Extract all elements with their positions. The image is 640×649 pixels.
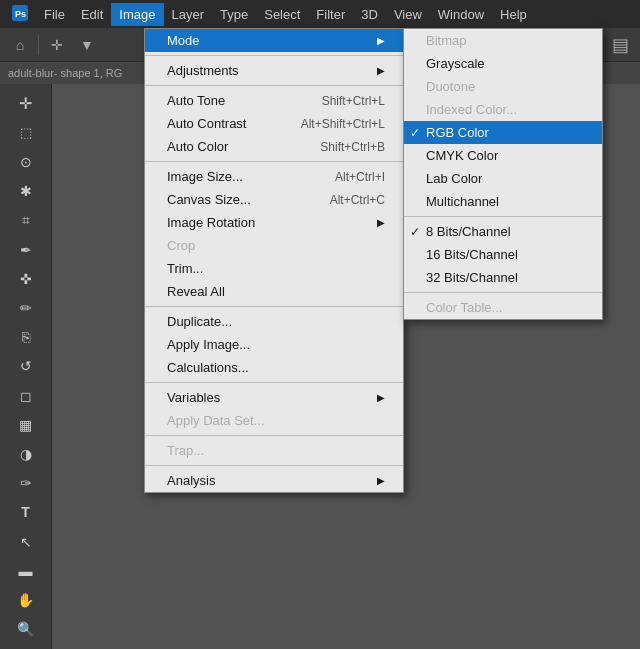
- adjustments-arrow-icon: ▶: [377, 65, 385, 76]
- divider-5: [145, 382, 403, 383]
- tool-move[interactable]: ✛: [10, 90, 42, 117]
- divider-1: [145, 55, 403, 56]
- tool-clone[interactable]: ⎘: [10, 324, 42, 351]
- menu-ps[interactable]: Ps: [4, 1, 36, 28]
- left-toolbar: ✛ ⬚ ⊙ ✱ ⌗ ✒ ✜ ✏ ⎘ ↺ ◻ ▦ ◑ ✑ T ↖ ▬ ✋ 🔍: [0, 84, 52, 649]
- apply-data-set-label: Apply Data Set...: [167, 413, 265, 428]
- menu-item-auto-tone[interactable]: Auto Tone Shift+Ctrl+L: [145, 89, 403, 112]
- menu-item-variables[interactable]: Variables ▶: [145, 386, 403, 409]
- variables-arrow-icon: ▶: [377, 392, 385, 403]
- menu-item-image-rotation[interactable]: Image Rotation ▶: [145, 211, 403, 234]
- tool-healing[interactable]: ✜: [10, 265, 42, 292]
- mode-cmyk-color[interactable]: CMYK Color: [404, 144, 602, 167]
- tool-history-brush[interactable]: ↺: [10, 353, 42, 380]
- divider-3: [145, 161, 403, 162]
- tool-pen[interactable]: ✑: [10, 470, 42, 497]
- tool-gradient[interactable]: ▦: [10, 411, 42, 438]
- menu-help[interactable]: Help: [492, 3, 535, 26]
- mode-32-bits[interactable]: 32 Bits/Channel: [404, 266, 602, 289]
- tool-lasso[interactable]: ⊙: [10, 148, 42, 175]
- separator-1: [38, 35, 39, 55]
- menu-item-auto-color[interactable]: Auto Color Shift+Ctrl+B: [145, 135, 403, 158]
- menu-item-apply-image[interactable]: Apply Image...: [145, 333, 403, 356]
- mode-grayscale[interactable]: Grayscale: [404, 52, 602, 75]
- rgb-color-label: RGB Color: [426, 125, 489, 140]
- mode-submenu: Bitmap Grayscale Duotone Indexed Color..…: [403, 28, 603, 320]
- color-table-label: Color Table...: [426, 300, 502, 315]
- tool-type[interactable]: T: [10, 499, 42, 526]
- analysis-arrow-icon: ▶: [377, 475, 385, 486]
- menu-item-analysis[interactable]: Analysis ▶: [145, 469, 403, 492]
- image-rotation-arrow-icon: ▶: [377, 217, 385, 228]
- mode-duotone: Duotone: [404, 75, 602, 98]
- menu-item-image-size[interactable]: Image Size... Alt+Ctrl+I: [145, 165, 403, 188]
- tool-hand[interactable]: ✋: [10, 586, 42, 613]
- bitmap-label: Bitmap: [426, 33, 466, 48]
- tool-zoom[interactable]: 🔍: [10, 616, 42, 643]
- tool-dodge[interactable]: ◑: [10, 440, 42, 467]
- menu-select[interactable]: Select: [256, 3, 308, 26]
- menu-filter[interactable]: Filter: [308, 3, 353, 26]
- mode-arrow-icon: ▶: [377, 35, 385, 46]
- trim-label: Trim...: [167, 261, 203, 276]
- menu-file[interactable]: File: [36, 3, 73, 26]
- home-icon[interactable]: ⌂: [8, 33, 32, 57]
- 32-bits-label: 32 Bits/Channel: [426, 270, 518, 285]
- menu-item-canvas-size[interactable]: Canvas Size... Alt+Ctrl+C: [145, 188, 403, 211]
- menu-layer[interactable]: Layer: [164, 3, 213, 26]
- mode-indexed-color: Indexed Color...: [404, 98, 602, 121]
- trap-label: Trap...: [167, 443, 204, 458]
- image-size-shortcut: Alt+Ctrl+I: [335, 170, 385, 184]
- auto-contrast-label: Auto Contrast: [167, 116, 247, 131]
- toolbar-right-icon2[interactable]: ▤: [608, 33, 632, 57]
- auto-color-label: Auto Color: [167, 139, 228, 154]
- mode-color-table: Color Table...: [404, 296, 602, 319]
- menu-item-crop: Crop: [145, 234, 403, 257]
- image-rotation-label: Image Rotation: [167, 215, 255, 230]
- grayscale-label: Grayscale: [426, 56, 485, 71]
- mode-lab-color[interactable]: Lab Color: [404, 167, 602, 190]
- 8-bits-label: 8 Bits/Channel: [426, 224, 511, 239]
- calculations-label: Calculations...: [167, 360, 249, 375]
- analysis-label: Analysis: [167, 473, 215, 488]
- menu-3d[interactable]: 3D: [353, 3, 386, 26]
- menu-view[interactable]: View: [386, 3, 430, 26]
- tool-shape[interactable]: ▬: [10, 557, 42, 584]
- divider-6: [145, 435, 403, 436]
- menu-item-calculations[interactable]: Calculations...: [145, 356, 403, 379]
- menu-item-mode[interactable]: Mode ▶: [145, 29, 403, 52]
- auto-tone-label: Auto Tone: [167, 93, 225, 108]
- menu-item-adjustments[interactable]: Adjustments ▶: [145, 59, 403, 82]
- tool-crop[interactable]: ⌗: [10, 207, 42, 234]
- mode-16-bits[interactable]: 16 Bits/Channel: [404, 243, 602, 266]
- menu-item-apply-data-set: Apply Data Set...: [145, 409, 403, 432]
- mode-divider-1: [404, 216, 602, 217]
- menu-image[interactable]: Image: [111, 3, 163, 26]
- breadcrumb-text: adult-blur- shape 1, RG: [8, 67, 122, 79]
- tool-rectangle-select[interactable]: ⬚: [10, 119, 42, 146]
- mode-8-bits[interactable]: 8 Bits/Channel: [404, 220, 602, 243]
- arrow-icon[interactable]: ▼: [75, 33, 99, 57]
- mode-rgb-color[interactable]: RGB Color: [404, 121, 602, 144]
- menu-item-auto-contrast[interactable]: Auto Contrast Alt+Shift+Ctrl+L: [145, 112, 403, 135]
- mode-bitmap: Bitmap: [404, 29, 602, 52]
- divider-7: [145, 465, 403, 466]
- menu-item-trim[interactable]: Trim...: [145, 257, 403, 280]
- menu-item-reveal-all[interactable]: Reveal All: [145, 280, 403, 303]
- menu-item-duplicate[interactable]: Duplicate...: [145, 310, 403, 333]
- move-icon[interactable]: ✛: [45, 33, 69, 57]
- apply-image-label: Apply Image...: [167, 337, 250, 352]
- image-size-label: Image Size...: [167, 169, 243, 184]
- tool-eyedropper[interactable]: ✒: [10, 236, 42, 263]
- mode-multichannel[interactable]: Multichannel: [404, 190, 602, 213]
- menu-edit[interactable]: Edit: [73, 3, 111, 26]
- tool-quick-select[interactable]: ✱: [10, 178, 42, 205]
- menu-window[interactable]: Window: [430, 3, 492, 26]
- adjustments-label: Adjustments: [167, 63, 239, 78]
- tool-brush[interactable]: ✏: [10, 294, 42, 321]
- variables-label: Variables: [167, 390, 220, 405]
- tool-eraser[interactable]: ◻: [10, 382, 42, 409]
- canvas-size-label: Canvas Size...: [167, 192, 251, 207]
- tool-path-select[interactable]: ↖: [10, 528, 42, 555]
- menu-type[interactable]: Type: [212, 3, 256, 26]
